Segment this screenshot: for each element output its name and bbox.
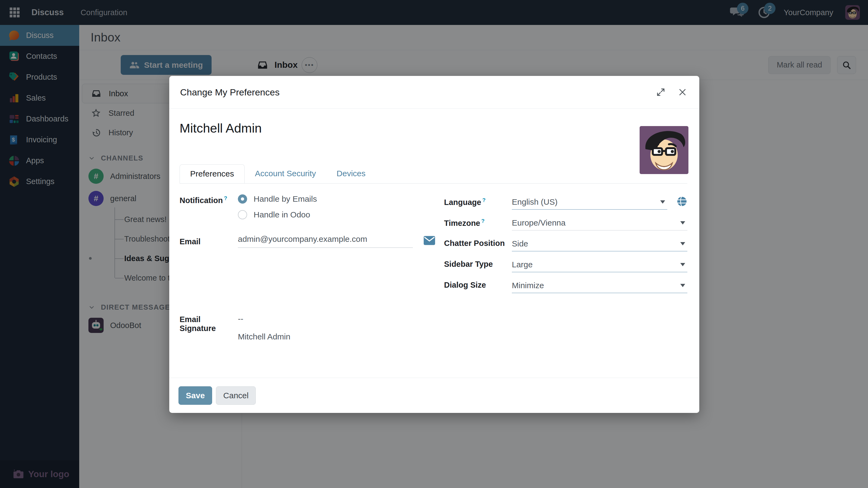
sidebar-type-select[interactable]: Large bbox=[512, 257, 687, 272]
expand-icon bbox=[656, 87, 665, 97]
sidebar-type-field-row: Sidebar Type Large bbox=[444, 257, 687, 272]
radio-label: Handle by Emails bbox=[254, 194, 317, 204]
dropdown-caret-icon bbox=[680, 242, 685, 246]
app-window: Discuss Configuration 6 2 YourCompany Di… bbox=[0, 0, 868, 488]
radio-handle-by-emails[interactable]: Handle by Emails bbox=[238, 194, 317, 204]
language-value: English (US) bbox=[512, 197, 660, 206]
signature-field-row: Email Signature -- Mitchell Admin bbox=[180, 314, 435, 341]
radio-selected-icon[interactable] bbox=[238, 194, 247, 204]
tab-devices[interactable]: Devices bbox=[326, 164, 376, 183]
dialog-tabs: Preferences Account Security Devices bbox=[180, 164, 687, 184]
close-icon bbox=[678, 88, 687, 97]
signature-line2: Mitchell Admin bbox=[238, 332, 290, 341]
chatter-position-value: Side bbox=[512, 239, 680, 248]
radio-unselected-icon[interactable] bbox=[238, 210, 247, 219]
dropdown-caret-icon bbox=[680, 221, 685, 225]
email-label: Email bbox=[180, 236, 238, 246]
sidebar-type-value: Large bbox=[512, 260, 680, 269]
timezone-value: Europe/Vienna bbox=[512, 218, 680, 227]
dialog-size-label: Dialog Size bbox=[444, 278, 512, 290]
dialog-footer: Save Cancel bbox=[169, 378, 699, 413]
preferences-dialog: Change My Preferences Mitchell Admin Pre… bbox=[169, 76, 699, 413]
notification-field-row: Notification? Handle by Emails Handle in… bbox=[180, 194, 435, 219]
language-field-row: Language? English (US) bbox=[444, 194, 687, 209]
language-select[interactable]: English (US) bbox=[512, 194, 667, 209]
dropdown-caret-icon bbox=[680, 263, 685, 266]
signature-editor[interactable]: -- Mitchell Admin bbox=[238, 314, 290, 341]
chatter-position-select[interactable]: Side bbox=[512, 236, 687, 251]
user-name-heading: Mitchell Admin bbox=[180, 109, 687, 135]
dialog-size-field-row: Dialog Size Minimize bbox=[444, 278, 687, 293]
help-marker: ? bbox=[482, 197, 486, 203]
dropdown-caret-icon bbox=[660, 200, 665, 204]
dialog-body: Mitchell Admin Preferences Account Secur… bbox=[169, 109, 699, 378]
language-label: Language? bbox=[444, 194, 512, 207]
profile-avatar[interactable] bbox=[640, 126, 688, 174]
dialog-title: Change My Preferences bbox=[180, 87, 645, 98]
help-marker: ? bbox=[481, 218, 485, 224]
expand-dialog-button[interactable] bbox=[655, 86, 667, 98]
send-email-icon[interactable] bbox=[424, 236, 435, 246]
tab-preferences[interactable]: Preferences bbox=[180, 164, 245, 183]
timezone-select[interactable]: Europe/Vienna bbox=[512, 215, 687, 230]
chatter-position-field-row: Chatter Position Side bbox=[444, 236, 687, 251]
close-dialog-button[interactable] bbox=[677, 86, 688, 98]
dialog-header: Change My Preferences bbox=[169, 76, 699, 109]
help-marker: ? bbox=[224, 195, 227, 201]
radio-handle-in-odoo[interactable]: Handle in Odoo bbox=[238, 210, 317, 219]
dialog-size-select[interactable]: Minimize bbox=[512, 278, 687, 293]
email-field-row: Email bbox=[180, 234, 435, 248]
sidebar-type-label: Sidebar Type bbox=[444, 257, 512, 269]
chatter-position-label: Chatter Position bbox=[444, 236, 512, 248]
cancel-button[interactable]: Cancel bbox=[216, 386, 256, 405]
preferences-form: Notification? Handle by Emails Handle in… bbox=[180, 194, 687, 341]
globe-icon[interactable] bbox=[677, 196, 687, 208]
timezone-label: Timezone? bbox=[444, 215, 512, 228]
dialog-size-value: Minimize bbox=[512, 281, 680, 290]
email-input[interactable] bbox=[238, 234, 413, 244]
tab-account-security[interactable]: Account Security bbox=[245, 164, 326, 183]
dropdown-caret-icon bbox=[680, 284, 685, 287]
signature-line1: -- bbox=[238, 314, 290, 323]
timezone-field-row: Timezone? Europe/Vienna bbox=[444, 215, 687, 230]
signature-label: Email Signature bbox=[180, 314, 238, 341]
radio-label: Handle in Odoo bbox=[254, 210, 310, 219]
save-button[interactable]: Save bbox=[179, 386, 212, 405]
notification-label: Notification? bbox=[180, 194, 238, 219]
